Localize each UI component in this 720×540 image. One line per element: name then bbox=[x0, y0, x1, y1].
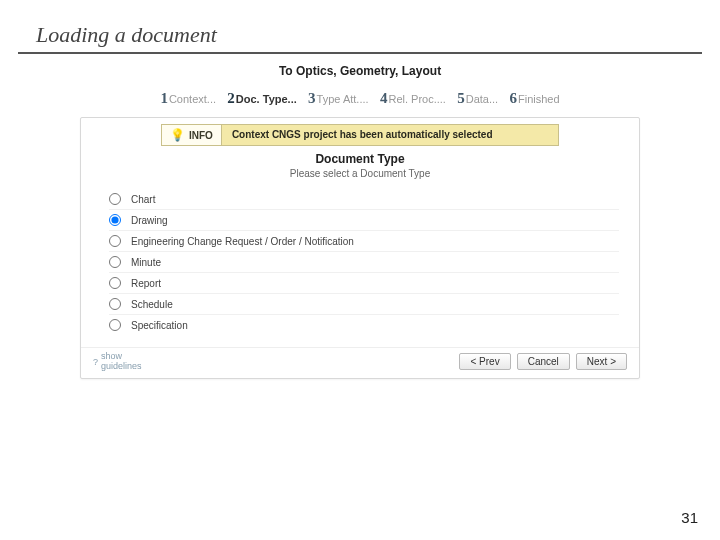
next-button[interactable]: Next > bbox=[576, 353, 627, 370]
step-1[interactable]: 1Context... bbox=[160, 90, 216, 107]
step-num: 1 bbox=[160, 90, 168, 106]
step-num: 5 bbox=[457, 90, 465, 106]
doc-type-list: Chart Drawing Engineering Change Request… bbox=[81, 189, 639, 343]
radio-input[interactable] bbox=[109, 214, 121, 226]
doc-type-label: Specification bbox=[131, 320, 188, 331]
radio-input[interactable] bbox=[109, 256, 121, 268]
doc-type-option[interactable]: Report bbox=[109, 273, 619, 294]
section-title: Document Type bbox=[81, 152, 639, 166]
doc-type-option[interactable]: Engineering Change Request / Order / Not… bbox=[109, 231, 619, 252]
radio-input[interactable] bbox=[109, 193, 121, 205]
doc-type-option[interactable]: Minute bbox=[109, 252, 619, 273]
guidelines-line2: guidelines bbox=[101, 361, 142, 371]
step-num: 6 bbox=[510, 90, 518, 106]
step-num: 4 bbox=[380, 90, 388, 106]
step-5[interactable]: 5Data... bbox=[457, 90, 498, 107]
doc-type-label: Report bbox=[131, 278, 161, 289]
info-bar: 💡 INFO Context CNGS project has been aut… bbox=[161, 124, 559, 146]
radio-input[interactable] bbox=[109, 319, 121, 331]
info-badge: 💡 INFO bbox=[162, 125, 222, 145]
page-number: 31 bbox=[681, 509, 698, 526]
slide-title: Loading a document bbox=[18, 14, 702, 54]
doc-type-option[interactable]: Schedule bbox=[109, 294, 619, 315]
radio-input[interactable] bbox=[109, 298, 121, 310]
slide-subtitle: To Optics, Geometry, Layout bbox=[0, 64, 720, 78]
lightbulb-icon: 💡 bbox=[170, 129, 185, 141]
doc-type-option[interactable]: Specification bbox=[109, 315, 619, 335]
radio-input[interactable] bbox=[109, 235, 121, 247]
show-guidelines-link[interactable]: ? show guidelines bbox=[93, 352, 142, 372]
wizard-steps: 1Context... 2Doc. Type... 3Type Att.... … bbox=[80, 86, 640, 117]
step-6[interactable]: 6Finished bbox=[510, 90, 560, 107]
info-badge-text: INFO bbox=[189, 130, 213, 141]
doc-type-label: Chart bbox=[131, 194, 155, 205]
doc-type-label: Engineering Change Request / Order / Not… bbox=[131, 236, 354, 247]
step-label: Context... bbox=[169, 93, 216, 105]
step-4[interactable]: 4Rel. Proc.... bbox=[380, 90, 446, 107]
step-label: Type Att.... bbox=[317, 93, 369, 105]
section-subtitle: Please select a Document Type bbox=[81, 168, 639, 179]
step-2[interactable]: 2Doc. Type... bbox=[227, 90, 296, 107]
doc-type-label: Schedule bbox=[131, 299, 173, 310]
doc-type-label: Drawing bbox=[131, 215, 168, 226]
step-label: Finished bbox=[518, 93, 560, 105]
guidelines-line1: show bbox=[101, 351, 122, 361]
help-icon: ? bbox=[93, 357, 98, 367]
cancel-button[interactable]: Cancel bbox=[517, 353, 570, 370]
wizard-buttons: < Prev Cancel Next > bbox=[459, 353, 627, 370]
panel-footer: ? show guidelines < Prev Cancel Next > bbox=[81, 347, 639, 372]
wizard: 1Context... 2Doc. Type... 3Type Att.... … bbox=[80, 86, 640, 379]
step-num: 3 bbox=[308, 90, 316, 106]
prev-button[interactable]: < Prev bbox=[459, 353, 510, 370]
step-3[interactable]: 3Type Att.... bbox=[308, 90, 368, 107]
step-label: Rel. Proc.... bbox=[388, 93, 445, 105]
radio-input[interactable] bbox=[109, 277, 121, 289]
doc-type-option[interactable]: Drawing bbox=[109, 210, 619, 231]
doc-type-label: Minute bbox=[131, 257, 161, 268]
step-num: 2 bbox=[227, 90, 235, 106]
info-message: Context CNGS project has been automatica… bbox=[222, 125, 558, 145]
wizard-panel: 💡 INFO Context CNGS project has been aut… bbox=[80, 117, 640, 379]
doc-type-option[interactable]: Chart bbox=[109, 189, 619, 210]
step-label: Data... bbox=[466, 93, 498, 105]
step-label: Doc. Type... bbox=[236, 93, 297, 105]
